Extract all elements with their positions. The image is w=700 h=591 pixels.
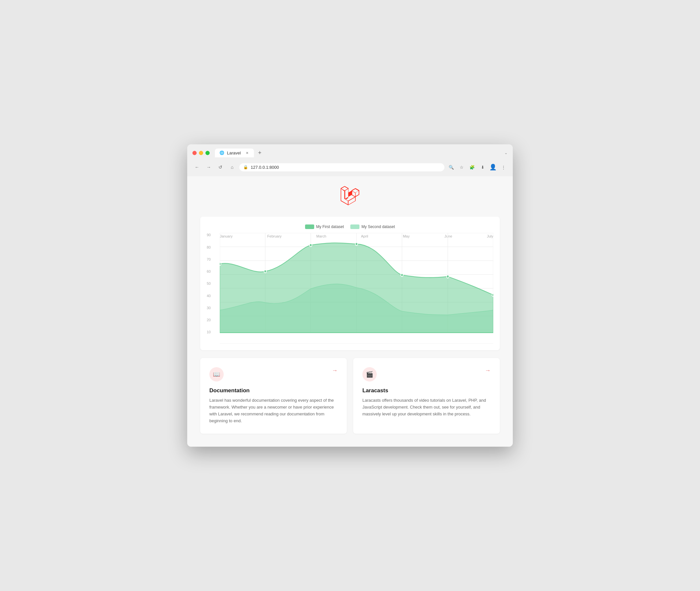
chart-main [220, 233, 493, 344]
documentation-card: 📖 Documentation Laravel has wonderful do… [200, 358, 347, 433]
title-bar: 🌐 Laravel ✕ + ⌄ [192, 148, 508, 157]
legend-item-second: My Second dataset [350, 224, 395, 229]
svg-point-20 [401, 274, 403, 277]
reload-button[interactable]: ↺ [216, 162, 225, 172]
laravel-logo [340, 186, 360, 207]
browser-chrome: 🌐 Laravel ✕ + ⌄ ← → ↺ ⌂ 🔒 127.0.0.1:8000… [187, 144, 513, 176]
logo-container [200, 186, 500, 207]
svg-point-22 [492, 293, 493, 297]
back-button[interactable]: ← [192, 162, 202, 172]
tab-bar: 🌐 Laravel ✕ + ⌄ [215, 148, 508, 157]
more-options-icon[interactable]: ⋮ [499, 163, 508, 172]
legend-item-first: My First dataset [305, 224, 344, 229]
minimize-button[interactable] [199, 151, 203, 155]
browser-tab[interactable]: 🌐 Laravel ✕ [215, 148, 254, 157]
svg-point-19 [355, 243, 358, 246]
video-icon: 🎬 [366, 371, 373, 378]
laracasts-icon-wrapper: 🎬 [362, 367, 377, 382]
tab-title: Laravel [227, 150, 241, 155]
svg-point-18 [310, 244, 312, 247]
new-tab-button[interactable]: + [255, 148, 264, 157]
laracasts-card-text: Laracasts offers thousands of video tuto… [362, 397, 491, 417]
chart-legend: My First dataset My Second dataset [207, 224, 493, 229]
svg-point-16 [220, 263, 221, 266]
info-cards: 📖 Documentation Laravel has wonderful do… [200, 358, 500, 433]
svg-point-17 [264, 270, 266, 273]
doc-card-title: Documentation [209, 387, 338, 394]
doc-icon-wrapper: 📖 [209, 367, 224, 382]
bookmark-icon[interactable]: ☆ [457, 163, 466, 172]
zoom-icon[interactable]: 🔍 [447, 163, 456, 172]
profile-icon[interactable]: 👤 [489, 163, 497, 172]
navigation-bar: ← → ↺ ⌂ 🔒 127.0.0.1:8000 🔍 ☆ 🧩 ⬇ 👤 ⋮ [192, 160, 508, 174]
browser-window: 🌐 Laravel ✕ + ⌄ ← → ↺ ⌂ 🔒 127.0.0.1:8000… [187, 144, 513, 446]
address-bar[interactable]: 🔒 127.0.0.1:8000 [239, 163, 445, 172]
book-icon: 📖 [213, 371, 220, 378]
chart-y-labels: 10 20 30 40 50 60 70 80 90 [207, 233, 217, 334]
laracasts-card-title: Laracasts [362, 387, 491, 394]
chart-svg [220, 233, 493, 344]
extensions-icon[interactable]: 🧩 [468, 163, 476, 172]
nav-actions: 🔍 ☆ 🧩 ⬇ 👤 ⋮ [447, 163, 508, 172]
traffic-lights [192, 151, 210, 155]
legend-label-first: My First dataset [316, 224, 344, 229]
svg-point-21 [447, 275, 449, 278]
maximize-button[interactable] [206, 151, 210, 155]
download-icon[interactable]: ⬇ [478, 163, 487, 172]
home-button[interactable]: ⌂ [228, 162, 237, 172]
tabs-chevron-icon[interactable]: ⌄ [504, 150, 508, 155]
page-content: My First dataset My Second dataset 10 20… [187, 176, 513, 446]
doc-card-text: Laravel has wonderful documentation cove… [209, 397, 338, 424]
legend-color-second [350, 224, 360, 229]
tab-close-button[interactable]: ✕ [245, 150, 249, 155]
legend-label-second: My Second dataset [362, 224, 395, 229]
close-button[interactable] [192, 151, 197, 155]
legend-color-first [305, 224, 314, 229]
url-text: 127.0.0.1:8000 [251, 165, 279, 170]
tab-favicon-icon: 🌐 [220, 150, 224, 155]
doc-card-arrow[interactable]: → [332, 367, 338, 374]
forward-button[interactable]: → [204, 162, 213, 172]
chart-card: My First dataset My Second dataset 10 20… [200, 217, 500, 350]
laracasts-card-arrow[interactable]: → [485, 367, 491, 374]
laracasts-card: 🎬 Laracasts Laracasts offers thousands o… [353, 358, 500, 433]
chart-area: 10 20 30 40 50 60 70 80 90 [207, 233, 493, 344]
lock-icon: 🔒 [243, 165, 248, 170]
